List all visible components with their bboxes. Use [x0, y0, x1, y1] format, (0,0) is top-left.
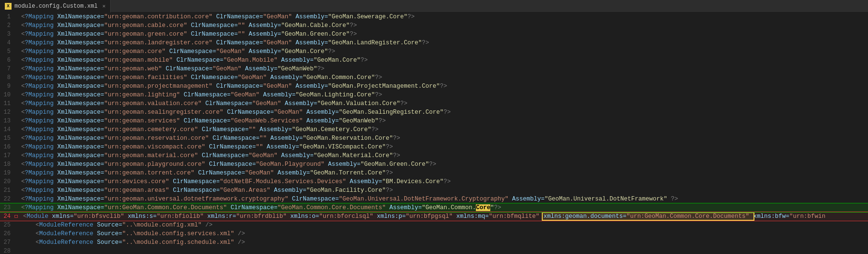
line-number: 22: [0, 195, 14, 203]
line-number: 12: [0, 108, 14, 117]
line-17: 17 <?Mapping XmlNamespace="urn:geoman.ma…: [0, 151, 868, 160]
line-number: 3: [0, 30, 14, 39]
editor-area: 1 <?Mapping XmlNamespace="urn:geoman.con…: [0, 13, 868, 254]
tab-label: module.config.Custom.xml: [14, 3, 98, 10]
line-19: 19 <?Mapping XmlNamespace="urn:geoman.to…: [0, 169, 868, 177]
tab-bar: X module.config.Custom.xml ✕: [0, 0, 868, 13]
line-number: 6: [0, 56, 14, 65]
line-number: 4: [0, 39, 14, 47]
line-11: 11 <?Mapping XmlNamespace="urn:geoman.va…: [0, 99, 868, 108]
line-number: 27: [0, 238, 14, 247]
line-16: 16 <?Mapping XmlNamespace="urn:geoman.vi…: [0, 143, 868, 151]
line-number: 24: [0, 212, 14, 221]
line-2: 2 <?Mapping XmlNamespace="urn:geoman.cab…: [0, 21, 868, 30]
line-20: 20 <?Mapping XmlNamespace="urn:devices.c…: [0, 177, 868, 186]
line-number: 25: [0, 221, 14, 229]
line-number: 15: [0, 134, 14, 143]
line-25: 25 <ModuleReference Source="..\module.co…: [0, 221, 868, 229]
line-24: 24 ◻ <Module xmlns="urn:bfsvclib" xmlns:…: [0, 212, 868, 221]
line-8: 8 <?Mapping XmlNamespace="urn:geoman.fac…: [0, 73, 868, 82]
line-number: 17: [0, 151, 14, 160]
line-number: 9: [0, 82, 14, 91]
line-number: 1: [0, 13, 14, 21]
line-number: 26: [0, 229, 14, 238]
line-number: 14: [0, 125, 14, 134]
line-26: 26 <ModuleReference Source="..\module.co…: [0, 229, 868, 238]
tab-close-button[interactable]: ✕: [102, 3, 106, 9]
line-9: 9 <?Mapping XmlNamespace="urn:geoman.pro…: [0, 82, 868, 91]
line-number: 23: [0, 203, 14, 212]
line-number: 19: [0, 169, 14, 177]
line-number: 11: [0, 99, 14, 108]
file-tab[interactable]: X module.config.Custom.xml ✕: [0, 0, 111, 13]
line-27: 27 <ModuleReference Source="..\module.co…: [0, 238, 868, 247]
line-number: 13: [0, 117, 14, 125]
line-number: 7: [0, 65, 14, 73]
xml-file-icon: X: [5, 3, 12, 10]
line-1: 1 <?Mapping XmlNamespace="urn:geoman.con…: [0, 13, 868, 21]
line-number: 2: [0, 21, 14, 30]
line-13: 13 <?Mapping XmlNamespace="urn:geoman.se…: [0, 117, 868, 125]
line-number: 8: [0, 73, 14, 82]
line-number: 20: [0, 177, 14, 186]
line-number: 18: [0, 160, 14, 169]
line-10: 10 <?Mapping XmlNamespace="urn:geoman.li…: [0, 91, 868, 99]
line-23: 23 <?Mapping XmlNamespace="urn:GeoMan.Co…: [0, 203, 868, 212]
line-number: 10: [0, 91, 14, 99]
line-15: 15 <?Mapping XmlNamespace="urn:geoman.re…: [0, 134, 868, 143]
line-6: 6 <?Mapping XmlNamespace="urn:geoman.mob…: [0, 56, 868, 65]
line-28: 28: [0, 247, 868, 254]
line-7: 7 <?Mapping XmlNamespace="urn:geoman.web…: [0, 65, 868, 73]
line-number: 5: [0, 47, 14, 56]
line-12: 12 <?Mapping XmlNamespace="urn:geoman.se…: [0, 108, 868, 117]
line-22: 22 <?Mapping XmlNamespace="urn:geoman.un…: [0, 195, 868, 203]
line-18: 18 <?Mapping XmlNamespace="urn:geoman.pl…: [0, 160, 868, 169]
line-21: 21 <?Mapping XmlNamespace="urn:geoman.ar…: [0, 186, 868, 195]
line-number: 28: [0, 247, 14, 254]
line-4: 4 <?Mapping XmlNamespace="urn:geoman.lan…: [0, 39, 868, 47]
line-number: 16: [0, 143, 14, 151]
line-3: 3 <?Mapping XmlNamespace="urn:geoman.gre…: [0, 30, 868, 39]
line-number: 21: [0, 186, 14, 195]
line-14: 14 <?Mapping XmlNamespace="urn:geoman.ce…: [0, 125, 868, 134]
line-5: 5 <?Mapping XmlNamespace="urn:geoman.cor…: [0, 47, 868, 56]
